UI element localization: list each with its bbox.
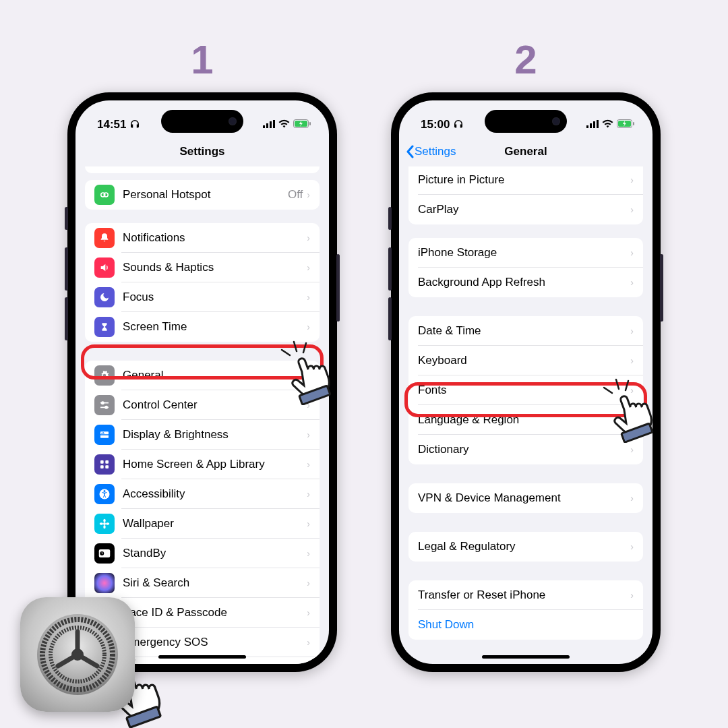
gear-icon — [30, 607, 125, 702]
row-display[interactable]: AA Display & Brightness › — [85, 420, 320, 450]
row-value: Off — [288, 188, 303, 202]
flower-icon — [94, 514, 115, 534]
row-standby[interactable]: StandBy › — [85, 539, 320, 568]
wifi-icon — [278, 118, 290, 131]
row-siri[interactable]: Siri & Search › — [85, 568, 320, 598]
row-label: CarPlay — [418, 203, 630, 216]
row-label: Face ID & Passcode — [123, 606, 307, 619]
row-label: General — [123, 369, 307, 382]
chevron-right-icon: › — [630, 590, 634, 601]
siri-icon — [94, 573, 115, 593]
row-general[interactable]: General › — [85, 361, 320, 390]
sliders-icon — [94, 395, 115, 415]
step-numbers: 1 2 — [0, 0, 728, 83]
row-wallpaper[interactable]: Wallpaper › — [85, 509, 320, 539]
row-label: Home Screen & App Library — [123, 458, 307, 471]
chevron-right-icon: › — [630, 355, 634, 366]
svg-rect-16 — [100, 460, 104, 464]
row-label: Wallpaper — [123, 517, 307, 530]
svg-rect-3 — [273, 120, 275, 128]
svg-rect-1 — [266, 123, 268, 128]
row-focus[interactable]: Focus › — [85, 282, 320, 312]
row-carplay[interactable]: CarPlay › — [408, 195, 643, 224]
row-vpn[interactable]: VPN & Device Management › — [408, 483, 643, 513]
row-home-screen[interactable]: Home Screen & App Library › — [85, 450, 320, 479]
row-personal-hotspot[interactable]: Personal Hotspot Off › — [85, 180, 320, 210]
row-label: Siri & Search — [123, 576, 307, 590]
brightness-icon: AA — [94, 425, 115, 445]
row-label: iPhone Storage — [418, 246, 630, 260]
row-notifications[interactable]: Notifications › — [85, 223, 320, 253]
row-legal[interactable]: Legal & Regulatory › — [408, 532, 643, 562]
status-time: 14:51 — [97, 118, 126, 131]
chevron-right-icon: › — [307, 262, 310, 273]
row-label: Picture in Picture — [418, 173, 630, 187]
chevron-right-icon: › — [630, 175, 634, 185]
wifi-icon — [602, 118, 613, 131]
phone-mockup-2: 15:00 Settings General — [391, 92, 661, 672]
row-sounds[interactable]: Sounds & Haptics › — [85, 253, 320, 282]
row-transfer-reset[interactable]: Transfer or Reset iPhone › — [408, 580, 643, 610]
row-label: Shut Down — [418, 618, 634, 632]
chevron-right-icon: › — [630, 541, 634, 552]
headphones-icon — [454, 119, 463, 131]
svg-rect-19 — [105, 465, 109, 468]
nav-bar: Settings — [75, 137, 329, 166]
row-iphone-storage[interactable]: iPhone Storage › — [408, 238, 643, 268]
hotspot-icon — [94, 185, 115, 205]
row-date-time[interactable]: Date & Time › — [408, 316, 643, 346]
svg-rect-58 — [127, 706, 161, 727]
step-number-1: 1 — [67, 36, 337, 83]
row-label: Sounds & Haptics — [123, 261, 307, 274]
chevron-right-icon: › — [307, 518, 310, 529]
row-shut-down[interactable]: Shut Down — [408, 610, 643, 640]
chevron-right-icon: › — [307, 429, 310, 440]
svg-rect-36 — [597, 120, 599, 128]
row-control-center[interactable]: Control Center › — [85, 390, 320, 420]
settings-app-icon[interactable] — [20, 597, 135, 712]
chevron-right-icon: › — [630, 415, 634, 425]
row-language-region[interactable]: Language & Region › — [408, 405, 643, 435]
row-picture-in-picture[interactable]: Picture in Picture › — [408, 166, 643, 195]
svg-point-24 — [103, 525, 105, 528]
home-indicator[interactable] — [482, 655, 570, 659]
row-screen-time[interactable]: Screen Time › — [85, 312, 320, 342]
dynamic-island — [161, 110, 243, 133]
home-indicator[interactable] — [158, 655, 246, 659]
phone-side-button — [65, 297, 68, 340]
svg-point-23 — [103, 519, 105, 522]
row-label: Display & Brightness — [123, 428, 307, 442]
chevron-right-icon: › — [307, 233, 310, 243]
signal-icon — [586, 118, 599, 131]
svg-text:AA: AA — [101, 432, 104, 435]
svg-rect-33 — [586, 125, 588, 128]
chevron-right-icon: › — [630, 444, 634, 455]
chevron-right-icon: › — [307, 578, 310, 588]
nav-title: Settings — [179, 145, 224, 158]
chevron-right-icon: › — [307, 489, 310, 499]
speaker-icon — [94, 257, 115, 278]
chevron-right-icon: › — [630, 277, 634, 288]
row-bg-refresh[interactable]: Background App Refresh › — [408, 268, 643, 297]
row-accessibility[interactable]: Accessibility › — [85, 479, 320, 509]
svg-rect-18 — [100, 465, 104, 468]
chevron-right-icon: › — [307, 607, 310, 618]
bell-icon — [94, 228, 115, 248]
step-number-2: 2 — [391, 36, 661, 83]
row-dictionary[interactable]: Dictionary › — [408, 435, 643, 464]
nav-back-button[interactable]: Settings — [406, 145, 456, 158]
row-label: Transfer or Reset iPhone — [418, 588, 630, 602]
row-keyboard[interactable]: Keyboard › — [408, 346, 643, 375]
row-label: Fonts — [418, 384, 630, 397]
row-label: Keyboard — [418, 354, 630, 367]
svg-rect-17 — [105, 460, 109, 464]
row-fonts[interactable]: Fonts › — [408, 375, 643, 405]
row-label: StandBy — [123, 547, 307, 560]
phone-side-button — [336, 254, 340, 322]
phone-side-button — [660, 254, 663, 322]
row-label: Date & Time — [418, 324, 630, 338]
svg-rect-2 — [270, 121, 272, 128]
nav-title: General — [504, 145, 547, 158]
svg-point-26 — [106, 522, 109, 524]
chevron-right-icon: › — [630, 247, 634, 258]
